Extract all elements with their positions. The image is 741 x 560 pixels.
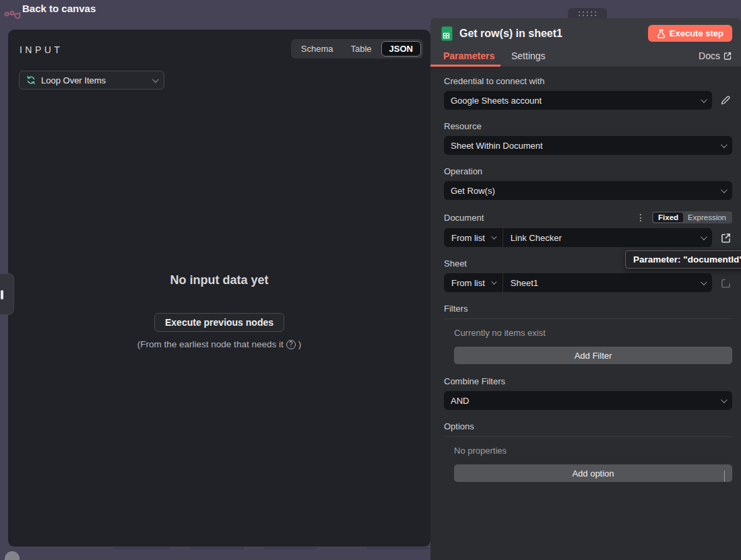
canvas-line-fragment (113, 547, 170, 549)
document-value: Link Checker (503, 233, 701, 243)
options-label: Options (444, 421, 732, 431)
chevron-down-icon (701, 234, 707, 240)
open-document-button[interactable] (719, 231, 732, 244)
chevron-down-icon (152, 76, 159, 83)
chevron-down-icon (701, 96, 707, 103)
empty-state-title: No input data yet (8, 273, 430, 287)
sheet-mode-select[interactable]: From list (444, 273, 503, 292)
filters-empty-text: Currently no items exist (444, 328, 732, 338)
chevron-down-icon (721, 186, 728, 193)
tab-settings[interactable]: Settings (511, 50, 546, 61)
chevron-down-icon (491, 279, 496, 284)
fixed-expression-toggle: Fixed Expression (652, 211, 732, 223)
google-sheets-icon (441, 26, 453, 41)
empty-state-hint: (From the earliest node that needs it ? … (8, 339, 430, 349)
chevron-down-icon (724, 470, 725, 481)
canvas-node-fragment (5, 551, 20, 560)
add-option-button[interactable]: Add option (454, 464, 732, 482)
credential-value: Google Sheets account (451, 96, 701, 106)
hint-text: (From the earliest node that needs it (137, 339, 284, 349)
panel-drag-handle[interactable] (568, 8, 607, 19)
execute-step-label: Execute step (670, 28, 723, 38)
add-option-label: Add option (572, 468, 614, 479)
tab-parameters[interactable]: Parameters (443, 50, 494, 61)
execute-previous-nodes-button[interactable]: Execute previous nodes (154, 313, 284, 332)
tab-table[interactable]: Table (343, 41, 380, 57)
panel-collapse-handle[interactable] (0, 273, 14, 315)
back-to-canvas-button[interactable]: Back to canvas (22, 3, 96, 14)
resource-select[interactable]: Sheet Within Document (444, 136, 732, 155)
input-source-label: Loop Over Items (41, 75, 147, 85)
options-section-header: Options (444, 421, 732, 437)
document-mode-value: From list (451, 233, 485, 243)
options-empty-text: No properties (444, 446, 732, 456)
toggle-fixed[interactable]: Fixed (653, 213, 683, 222)
operation-select[interactable]: Get Row(s) (444, 181, 732, 200)
canvas-line-fragment (190, 547, 244, 549)
tab-json[interactable]: JSON (381, 41, 421, 57)
sheet-value: Sheet1 (503, 278, 701, 288)
filters-label: Filters (444, 304, 732, 314)
n8n-logo-icon (4, 7, 22, 22)
chevron-down-icon (721, 396, 728, 403)
combine-filters-value: AND (451, 396, 721, 406)
document-select[interactable]: From list Link Checker (444, 228, 712, 247)
loop-icon (26, 75, 36, 85)
canvas-line-fragment (367, 547, 429, 549)
active-tab-underline (430, 65, 501, 67)
document-label: Document (444, 213, 636, 223)
node-panel-tabs: Parameters Settings Docs (430, 46, 741, 67)
tab-schema[interactable]: Schema (293, 41, 342, 57)
combine-filters-label: Combine Filters (444, 376, 732, 386)
parameters-form: Credential to connect with Google Sheets… (430, 67, 741, 482)
sheet-mode-value: From list (451, 278, 485, 288)
chevron-down-icon (721, 141, 728, 148)
docs-label: Docs (699, 50, 720, 61)
credential-label: Credential to connect with (444, 76, 732, 86)
edit-credential-button[interactable] (719, 94, 732, 107)
open-sheet-button[interactable] (719, 276, 732, 289)
grip-dots-icon (579, 11, 596, 13)
input-panel-title: INPUT (20, 44, 63, 55)
grip-dots-icon (579, 15, 596, 16)
resource-label: Resource (444, 121, 732, 131)
operation-value: Get Row(s) (451, 186, 721, 196)
execute-step-button[interactable]: Execute step (648, 25, 732, 42)
flask-icon (657, 29, 666, 38)
external-link-icon (723, 52, 732, 60)
node-title: Get row(s) in sheet1 (459, 28, 648, 40)
operation-label: Operation (444, 166, 732, 176)
parameter-tooltip: Parameter: "documentId" (625, 250, 741, 269)
input-empty-state: No input data yet Execute previous nodes… (8, 273, 430, 349)
input-panel: INPUT Schema Table JSON Loop Over Items … (8, 30, 430, 547)
credential-select[interactable]: Google Sheets account (444, 91, 712, 110)
node-detail-panel: Get row(s) in sheet1 Execute step Parame… (430, 18, 741, 560)
hint-close-paren: ) (298, 339, 302, 349)
resource-value: Sheet Within Document (451, 141, 721, 151)
help-icon[interactable]: ? (286, 340, 296, 349)
chevron-down-icon (491, 234, 496, 239)
input-source-select[interactable]: Loop Over Items (19, 71, 164, 90)
node-panel-header: Get row(s) in sheet1 Execute step Parame… (430, 18, 741, 67)
chevron-down-icon (701, 279, 707, 285)
filters-section-header: Filters (444, 304, 732, 319)
handle-grip-icon (1, 290, 3, 300)
document-mode-select[interactable]: From list (444, 228, 503, 247)
input-view-tabs: Schema Table JSON (291, 39, 423, 59)
docs-link[interactable]: Docs (699, 50, 732, 61)
add-filter-button[interactable]: Add Filter (454, 347, 732, 364)
combine-filters-select[interactable]: AND (444, 391, 732, 410)
sheet-select[interactable]: From list Sheet1 (444, 273, 712, 292)
toggle-expression[interactable]: Expression (683, 213, 731, 222)
canvas-line-fragment (264, 547, 317, 549)
kebab-menu-icon[interactable]: ⋮ (636, 213, 645, 222)
